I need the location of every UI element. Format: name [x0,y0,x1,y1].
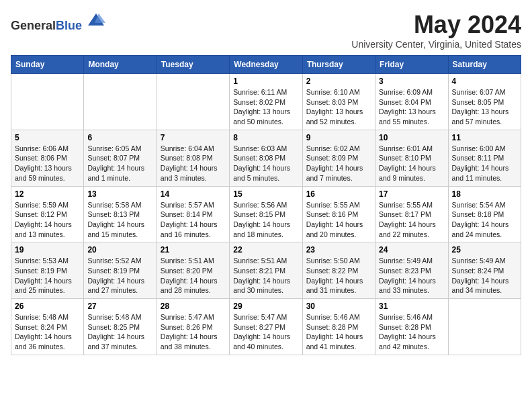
calendar-cell: 17Sunrise: 5:55 AMSunset: 8:17 PMDayligh… [375,186,448,242]
day-number: 30 [306,302,371,311]
day-number: 12 [15,189,80,199]
day-number: 1 [233,77,298,86]
day-number: 8 [233,133,298,142]
day-number: 13 [87,189,152,199]
day-number: 20 [87,245,152,255]
calendar-week-row: 26Sunrise: 5:48 AMSunset: 8:24 PMDayligh… [11,299,521,355]
day-info: Sunrise: 6:07 AMSunset: 8:05 PMDaylight:… [452,87,517,127]
calendar-cell [157,74,229,130]
day-of-week-header: Thursday [302,56,375,74]
days-of-week-row: SundayMondayTuesdayWednesdayThursdayFrid… [11,56,521,74]
day-number: 10 [379,133,444,142]
day-info: Sunrise: 5:46 AMSunset: 8:28 PMDaylight:… [306,312,371,352]
day-info: Sunrise: 6:11 AMSunset: 8:02 PMDaylight:… [233,87,298,127]
page-header: GeneralBlue May 2024 University Center, … [11,11,521,50]
day-of-week-header: Wednesday [230,56,302,74]
day-info: Sunrise: 5:52 AMSunset: 8:19 PMDaylight:… [87,256,152,295]
day-info: Sunrise: 5:47 AMSunset: 8:26 PMDaylight:… [161,312,226,352]
day-info: Sunrise: 6:02 AMSunset: 8:09 PMDaylight:… [306,144,371,183]
logo-general-text: General [11,19,56,32]
month-title: May 2024 [351,11,521,39]
day-info: Sunrise: 5:51 AMSunset: 8:20 PMDaylight:… [161,256,226,295]
day-info: Sunrise: 6:01 AMSunset: 8:10 PMDaylight:… [379,144,444,183]
calendar-cell: 11Sunrise: 6:00 AMSunset: 8:11 PMDayligh… [448,130,521,186]
day-number: 25 [452,245,517,255]
logo-icon [87,11,105,30]
day-number: 9 [306,133,371,142]
day-number: 31 [379,302,444,311]
calendar-cell: 19Sunrise: 5:53 AMSunset: 8:19 PMDayligh… [11,242,84,299]
day-number: 21 [161,245,226,255]
calendar-cell: 24Sunrise: 5:49 AMSunset: 8:23 PMDayligh… [375,242,448,299]
title-block: May 2024 University Center, Virginia, Un… [351,11,521,50]
calendar-week-row: 19Sunrise: 5:53 AMSunset: 8:19 PMDayligh… [11,242,521,299]
day-info: Sunrise: 6:03 AMSunset: 8:08 PMDaylight:… [233,144,298,183]
day-info: Sunrise: 6:06 AMSunset: 8:06 PMDaylight:… [15,144,80,183]
day-info: Sunrise: 5:55 AMSunset: 8:16 PMDaylight:… [306,200,371,240]
day-number: 19 [15,245,80,255]
calendar-cell: 5Sunrise: 6:06 AMSunset: 8:06 PMDaylight… [11,130,84,186]
day-number: 28 [161,302,226,311]
day-info: Sunrise: 6:04 AMSunset: 8:08 PMDaylight:… [161,144,226,183]
calendar-cell: 6Sunrise: 6:05 AMSunset: 8:07 PMDaylight… [84,130,157,186]
calendar-cell: 28Sunrise: 5:47 AMSunset: 8:26 PMDayligh… [157,299,229,355]
day-number: 4 [452,77,517,86]
calendar-cell: 9Sunrise: 6:02 AMSunset: 8:09 PMDaylight… [302,130,375,186]
day-number: 11 [452,133,517,142]
calendar-week-row: 5Sunrise: 6:06 AMSunset: 8:06 PMDaylight… [11,130,521,186]
calendar-cell: 4Sunrise: 6:07 AMSunset: 8:05 PMDaylight… [448,74,521,130]
calendar-cell: 16Sunrise: 5:55 AMSunset: 8:16 PMDayligh… [302,186,375,242]
day-number: 26 [15,302,80,311]
day-info: Sunrise: 5:55 AMSunset: 8:17 PMDaylight:… [379,200,444,240]
calendar-cell: 12Sunrise: 5:59 AMSunset: 8:12 PMDayligh… [11,186,84,242]
day-number: 17 [379,189,444,199]
calendar-week-row: 12Sunrise: 5:59 AMSunset: 8:12 PMDayligh… [11,186,521,242]
day-info: Sunrise: 5:58 AMSunset: 8:13 PMDaylight:… [87,200,152,240]
day-info: Sunrise: 5:59 AMSunset: 8:12 PMDaylight:… [15,200,80,240]
day-number: 15 [233,189,298,199]
day-info: Sunrise: 5:51 AMSunset: 8:21 PMDaylight:… [233,256,298,295]
calendar-cell: 25Sunrise: 5:49 AMSunset: 8:24 PMDayligh… [448,242,521,299]
day-number: 27 [87,302,152,311]
day-info: Sunrise: 6:09 AMSunset: 8:04 PMDaylight:… [379,87,444,127]
calendar-cell: 23Sunrise: 5:50 AMSunset: 8:22 PMDayligh… [302,242,375,299]
calendar-cell: 22Sunrise: 5:51 AMSunset: 8:21 PMDayligh… [230,242,302,299]
day-number: 23 [306,245,371,255]
day-info: Sunrise: 5:48 AMSunset: 8:24 PMDaylight:… [15,312,80,352]
calendar-table: SundayMondayTuesdayWednesdayThursdayFrid… [11,55,521,355]
calendar-cell: 18Sunrise: 5:54 AMSunset: 8:18 PMDayligh… [448,186,521,242]
day-of-week-header: Friday [375,56,448,74]
day-info: Sunrise: 5:49 AMSunset: 8:24 PMDaylight:… [452,256,517,295]
calendar-cell: 14Sunrise: 5:57 AMSunset: 8:14 PMDayligh… [157,186,229,242]
day-info: Sunrise: 6:00 AMSunset: 8:11 PMDaylight:… [452,144,517,183]
calendar-cell: 2Sunrise: 6:10 AMSunset: 8:03 PMDaylight… [302,74,375,130]
day-info: Sunrise: 5:50 AMSunset: 8:22 PMDaylight:… [306,256,371,295]
day-number: 18 [452,189,517,199]
calendar-cell: 13Sunrise: 5:58 AMSunset: 8:13 PMDayligh… [84,186,157,242]
calendar-cell: 31Sunrise: 5:46 AMSunset: 8:28 PMDayligh… [375,299,448,355]
calendar-cell: 20Sunrise: 5:52 AMSunset: 8:19 PMDayligh… [84,242,157,299]
calendar-cell: 3Sunrise: 6:09 AMSunset: 8:04 PMDaylight… [375,74,448,130]
calendar-cell: 10Sunrise: 6:01 AMSunset: 8:10 PMDayligh… [375,130,448,186]
calendar-cell: 7Sunrise: 6:04 AMSunset: 8:08 PMDaylight… [157,130,229,186]
calendar-cell: 8Sunrise: 6:03 AMSunset: 8:08 PMDaylight… [230,130,302,186]
calendar-cell: 1Sunrise: 6:11 AMSunset: 8:02 PMDaylight… [230,74,302,130]
day-number: 16 [306,189,371,199]
calendar-week-row: 1Sunrise: 6:11 AMSunset: 8:02 PMDaylight… [11,74,521,130]
day-of-week-header: Saturday [448,56,521,74]
day-number: 22 [233,245,298,255]
calendar-cell [448,299,521,355]
calendar-cell [11,74,84,130]
day-info: Sunrise: 5:57 AMSunset: 8:14 PMDaylight:… [161,200,226,240]
day-of-week-header: Tuesday [157,56,229,74]
day-info: Sunrise: 5:48 AMSunset: 8:25 PMDaylight:… [87,312,152,352]
day-number: 3 [379,77,444,86]
day-number: 14 [161,189,226,199]
day-info: Sunrise: 6:10 AMSunset: 8:03 PMDaylight:… [306,87,371,127]
day-of-week-header: Sunday [11,56,84,74]
day-number: 5 [15,133,80,142]
day-info: Sunrise: 5:46 AMSunset: 8:28 PMDaylight:… [379,312,444,352]
day-info: Sunrise: 5:53 AMSunset: 8:19 PMDaylight:… [15,256,80,295]
location-title: University Center, Virginia, United Stat… [351,39,521,50]
calendar-cell: 30Sunrise: 5:46 AMSunset: 8:28 PMDayligh… [302,299,375,355]
